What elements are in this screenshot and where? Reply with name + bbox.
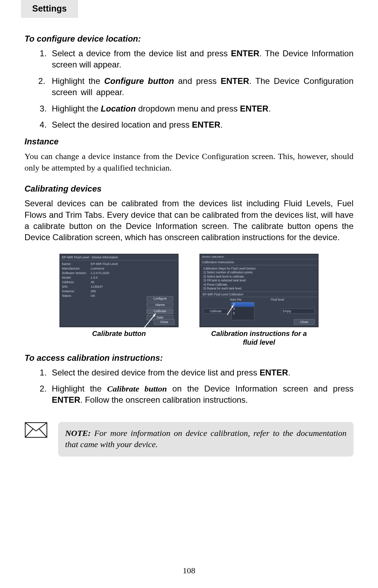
label-manufacture: Manufacture: [62, 266, 91, 271]
alarms-button[interactable]: Alarms [147, 302, 173, 308]
fluid-level-dropdown[interactable]: Empty [281, 309, 315, 314]
numpts-dropdown[interactable]: 2 3 5 [231, 302, 254, 320]
steps-access-calibration: Select the desired device from the devic… [49, 367, 354, 406]
instr-5: 5) Repeat for each tank level. [203, 287, 315, 291]
label-sn: S/N: [62, 285, 91, 289]
label-status: Status: [62, 294, 91, 298]
close-button[interactable]: Close [294, 319, 315, 325]
label-instance: Instance: [62, 289, 91, 294]
label-software: Software Version: [62, 271, 91, 275]
text: . Follow the onscreen calibration instru… [80, 395, 248, 404]
panel2-subtitle: Calibration Instructions [200, 259, 318, 265]
heading-calibrating: Calibrating devices [24, 184, 354, 194]
text: Highlight the [52, 76, 104, 86]
text: dropdown menu and press [136, 104, 240, 113]
key-enter: ENTER [52, 395, 80, 404]
step-4: Select the desired location and press EN… [49, 119, 354, 130]
panel2-title: Device calibration [200, 254, 318, 259]
value-software: 1.2.0 FL1520 [91, 271, 109, 275]
numpts-option-2[interactable]: 2 [232, 302, 254, 307]
text: Select the desired location and press [52, 120, 192, 129]
note-text: For more information on device calibrati… [65, 429, 346, 449]
page-number: 108 [0, 566, 378, 575]
tab-header: Settings [21, 0, 78, 18]
calibration-section-label: EP-65R Fluid Level Calibration [200, 292, 318, 297]
instr-2: 2) Select tank level to calibrate. [203, 275, 315, 279]
close-button[interactable]: Close [154, 319, 175, 325]
para-instance: You can change a device instance from th… [24, 151, 354, 173]
svg-line-7 [25, 429, 33, 437]
svg-line-5 [25, 423, 36, 431]
note-row: NOTE: For more information on device cal… [24, 422, 354, 457]
heading-instance: Instance [24, 137, 354, 146]
label-name: Name: [62, 262, 91, 266]
instr-1: 1) Select number of calibration points. [203, 271, 315, 274]
key-enter: ENTER [260, 368, 288, 377]
value-sn: 1138247 [91, 285, 103, 289]
value-address: 46 [91, 280, 94, 285]
note-label: NOTE: [65, 429, 94, 438]
device-info-panel: EP-65R Fluid Level - Device Information … [59, 254, 178, 327]
key-enter: ENTER [231, 49, 259, 58]
text: . [268, 104, 271, 113]
caption-calibrate-button: Calibrate button [92, 329, 146, 338]
configure-button[interactable]: Configure [147, 296, 173, 301]
heading-configure-location: To configure device location: [24, 34, 354, 44]
instr-head: Calibration Steps for Fluid Level Device… [203, 267, 315, 271]
screenshots-row: EP-65R Fluid Level - Device Information … [24, 254, 354, 347]
value-instance: 255 [91, 289, 96, 294]
envelope-icon [24, 422, 48, 438]
col-fluidlevel: Fluid level [271, 298, 284, 301]
panel-body: Name:EP-65R Fluid Level Manufacture:Lowr… [60, 260, 178, 300]
calibration-instructions: Calibration Steps for Fluid Level Device… [200, 265, 318, 292]
calibrate-button[interactable]: Calibrate [147, 309, 173, 314]
para-calibrating: Several devices can be calibrated from t… [24, 198, 354, 243]
device-calibration-panel: Device calibration Calibration Instructi… [200, 254, 318, 327]
value-status: OK [91, 294, 95, 298]
text: . [220, 120, 223, 129]
instr-4: 4) Press Calibrate. [203, 283, 315, 287]
svg-line-6 [36, 423, 47, 431]
steps-configure-location: Select a device from the device list and… [49, 48, 354, 130]
step-1: Select the desired device from the devic… [49, 367, 354, 378]
numpts-option-5[interactable]: 5 [232, 311, 254, 316]
calibrate-field-button[interactable]: Calibrate [203, 309, 228, 314]
key-enter: ENTER [220, 76, 249, 86]
key-enter: ENTER [192, 120, 220, 129]
numpts-option-3[interactable]: 3 [232, 307, 254, 311]
text: Highlight the [52, 104, 101, 113]
col-numpts: Num Pts [230, 298, 241, 301]
text: on the Device Information screen and pre… [167, 384, 354, 393]
label-model: Model: [62, 275, 91, 280]
configure-button-ref: Configure button [104, 76, 174, 86]
text: Highlight the [52, 384, 107, 393]
value-name: EP-65R Fluid Level [91, 262, 118, 266]
text: . [288, 368, 290, 377]
text: Select the desired device from the devic… [52, 368, 260, 377]
location-ref: Location [101, 104, 136, 113]
step-2: Highlight the Configure button and press… [49, 76, 354, 98]
heading-access-calibration: To access calibration instructions: [24, 353, 354, 363]
value-model: 1.5.0 [91, 275, 98, 280]
note-box: NOTE: For more information on device cal… [58, 422, 354, 457]
calibrate-button-ref: Calibrate button [107, 384, 167, 393]
step-1: Select a device from the device list and… [49, 48, 354, 71]
key-enter: ENTER [240, 104, 268, 113]
step-2: Highlight the Calibrate button on the De… [49, 383, 354, 406]
caption-calibration-instructions: Calibration instructions for a fluid lev… [206, 329, 312, 347]
label-address: Address: [62, 280, 91, 285]
value-manufacture: Lowrance [91, 266, 104, 271]
panel-title: EP-65R Fluid Level - Device Information [60, 254, 178, 260]
instr-3: 3) Fill tank to selected tank level. [203, 279, 315, 282]
text: and press [174, 76, 220, 86]
step-3: Highlight the Location dropdown menu and… [49, 103, 354, 114]
svg-line-8 [39, 429, 47, 437]
text: Select a device from the device list and… [52, 49, 231, 58]
